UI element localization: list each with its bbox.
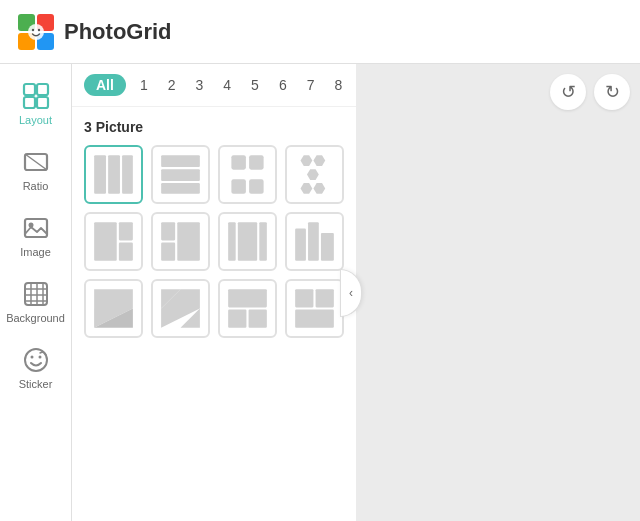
svg-rect-47 [228,222,236,261]
layout-thumb-1[interactable] [84,145,143,204]
layout-thumb-2[interactable] [151,145,210,204]
collapse-panel-button[interactable]: ‹ [340,269,362,317]
sidebar-item-background[interactable]: Background [6,270,66,332]
sidebar-item-image-label: Image [20,246,51,258]
sticker-icon [20,344,52,376]
svg-rect-26 [94,155,106,194]
sidebar-item-image[interactable]: Image [6,204,66,266]
sidebar-item-ratio-label: Ratio [23,180,49,192]
svg-point-25 [38,356,41,359]
svg-rect-59 [228,310,246,328]
right-panel: ↺ ↻ ‹ [356,64,640,521]
undo-redo-toolbar: ↺ ↻ [550,74,630,110]
svg-rect-8 [24,84,35,95]
svg-rect-43 [119,243,133,261]
collapse-icon: ‹ [349,286,353,300]
app-header: PhotoGrid [0,0,640,64]
svg-rect-41 [94,222,117,261]
svg-rect-35 [249,179,264,194]
sidebar-item-sticker-label: Sticker [19,378,53,390]
svg-point-5 [28,24,44,40]
svg-rect-58 [228,289,267,307]
svg-rect-60 [249,310,267,328]
tab-2[interactable]: 2 [162,74,182,96]
sidebar: Layout Ratio Image [0,64,72,521]
svg-rect-9 [37,84,48,95]
svg-marker-37 [313,155,325,166]
layout-thumb-10[interactable] [151,279,210,338]
svg-marker-38 [307,169,319,180]
layout-thumb-12[interactable] [285,279,344,338]
svg-rect-32 [231,155,246,170]
background-icon [20,278,52,310]
svg-rect-48 [238,222,257,261]
svg-rect-34 [231,179,246,194]
layout-thumb-5[interactable] [84,212,143,271]
svg-rect-45 [161,243,175,261]
svg-rect-46 [177,222,200,261]
layout-icon [20,80,52,112]
sidebar-item-sticker[interactable]: Sticker [6,336,66,398]
image-icon [20,212,52,244]
app-logo-icon [16,12,56,52]
layout-thumb-8[interactable] [285,212,344,271]
svg-point-7 [38,28,40,30]
layout-thumb-4[interactable] [285,145,344,204]
layout-thumb-3[interactable] [218,145,277,204]
tab-8[interactable]: 8 [328,74,348,96]
svg-rect-49 [259,222,267,261]
svg-rect-44 [161,222,175,240]
main-area: Layout Ratio Image [0,64,640,521]
svg-rect-28 [122,155,133,194]
svg-rect-30 [161,169,200,181]
tab-all[interactable]: All [84,74,126,96]
tab-4[interactable]: 4 [217,74,237,96]
tab-7[interactable]: 7 [301,74,321,96]
svg-rect-51 [308,222,319,261]
tab-3[interactable]: 3 [189,74,209,96]
tab-bar: All 1 2 3 4 5 6 7 8 9 › [72,64,356,107]
sidebar-item-layout[interactable]: Layout [6,72,66,134]
svg-marker-36 [301,155,313,166]
content-panel: All 1 2 3 4 5 6 7 8 9 › 3 Picture [72,64,356,521]
app-title: PhotoGrid [64,19,172,45]
svg-rect-27 [108,155,120,194]
svg-rect-33 [249,155,264,170]
svg-rect-52 [321,233,334,261]
svg-rect-62 [316,289,334,307]
svg-rect-63 [295,310,334,328]
tab-5[interactable]: 5 [245,74,265,96]
svg-rect-14 [25,219,47,237]
svg-rect-61 [295,289,313,307]
layout-grid [84,145,344,338]
tab-1[interactable]: 1 [134,74,154,96]
undo-button[interactable]: ↺ [550,74,586,110]
layout-grid-section: 3 Picture [72,107,356,521]
ratio-icon [20,146,52,178]
layout-thumb-11[interactable] [218,279,277,338]
layout-thumb-7[interactable] [218,212,277,271]
svg-rect-29 [161,155,200,167]
svg-rect-42 [119,222,133,240]
svg-rect-11 [37,97,48,108]
svg-rect-50 [295,229,306,261]
svg-point-6 [32,28,34,30]
section-title: 3 Picture [84,119,344,135]
svg-point-24 [30,356,33,359]
sidebar-item-ratio[interactable]: Ratio [6,138,66,200]
layout-thumb-6[interactable] [151,212,210,271]
svg-marker-39 [301,183,313,194]
tab-6[interactable]: 6 [273,74,293,96]
redo-button[interactable]: ↻ [594,74,630,110]
svg-rect-31 [161,183,200,194]
sidebar-item-layout-label: Layout [19,114,52,126]
sidebar-item-background-label: Background [6,312,65,324]
svg-rect-10 [24,97,35,108]
svg-line-13 [25,154,47,170]
svg-marker-40 [313,183,325,194]
layout-thumb-9[interactable] [84,279,143,338]
